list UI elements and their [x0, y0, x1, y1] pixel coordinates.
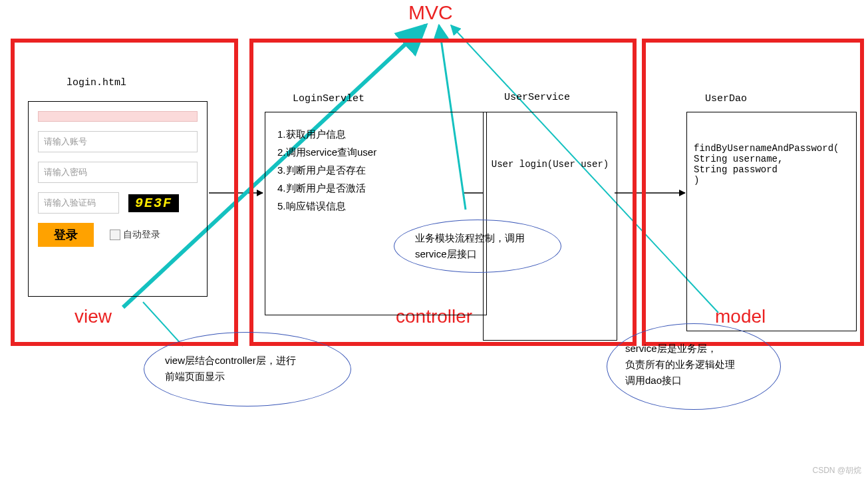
userdao-method: findByUsernameAndPassword( String userna…	[694, 143, 839, 186]
diagram-title: MVC	[408, 1, 453, 24]
controller-note-text: 业务模块流程控制，调用 service层接口	[415, 230, 525, 262]
service-note-text: service层是业务层， 负责所有的业务逻辑处理 调用dao接口	[625, 341, 735, 389]
servlet-step: 2.调用service查询user	[277, 146, 474, 159]
auto-login-label: 自动登录	[123, 229, 160, 240]
servlet-step: 3.判断用户是否存在	[277, 164, 474, 177]
login-form: 请输入账号 请输入密码 请输入验证码 9E3F 登录 自动登录	[28, 101, 208, 297]
loginservlet-title: LoginServlet	[293, 93, 364, 104]
login-banner-bar	[38, 111, 198, 122]
auto-login-checkbox[interactable]: 自动登录	[110, 229, 160, 241]
captcha-input[interactable]: 请输入验证码	[38, 192, 119, 214]
userservice-method: User login(User user)	[492, 159, 609, 170]
servlet-step: 5.响应错误信息	[277, 200, 474, 213]
watermark: CSDN @胡烷	[812, 465, 861, 476]
password-input[interactable]: 请输入密码	[38, 162, 198, 183]
servlet-step: 1.获取用户信息	[277, 128, 474, 141]
login-button[interactable]: 登录	[38, 223, 94, 247]
captcha-image: 9E3F	[128, 194, 179, 212]
userdao-box: findByUsernameAndPassword( String userna…	[686, 112, 857, 331]
login-file-label: login.html	[67, 77, 126, 88]
account-input[interactable]: 请输入账号	[38, 131, 198, 152]
loginservlet-box: 1.获取用户信息 2.调用service查询user 3.判断用户是否存在 4.…	[265, 112, 487, 315]
servlet-step: 4.判断用户是否激活	[277, 182, 474, 195]
userdao-title: UserDao	[705, 93, 747, 104]
view-note-text: view层结合controller层，进行 前端页面显示	[165, 353, 296, 385]
view-label: view	[74, 306, 112, 327]
userservice-title: UserService	[504, 92, 570, 103]
